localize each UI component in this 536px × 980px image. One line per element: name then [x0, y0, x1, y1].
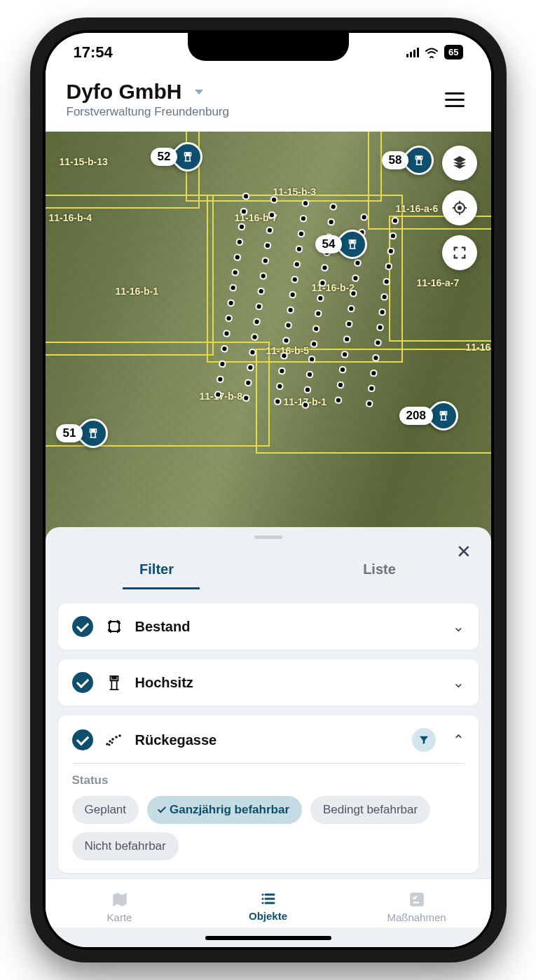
bestand-icon — [104, 618, 124, 635]
nav-label: Maßnahmen — [387, 911, 446, 923]
wifi-icon — [425, 47, 439, 58]
check-icon — [72, 616, 93, 637]
menu-button[interactable] — [439, 87, 470, 113]
svg-point-1 — [458, 206, 461, 209]
hochsitz-icon — [104, 673, 124, 692]
sheet-drag-handle[interactable] — [254, 536, 282, 539]
filter-label: Rückegasse — [135, 732, 401, 748]
status-time: 17:54 — [74, 43, 113, 62]
status-chip-bedingt[interactable]: Bedingt befahrbar — [310, 796, 430, 824]
map-marker[interactable]: 58 — [382, 146, 434, 175]
status-heading: Status — [72, 774, 465, 788]
svg-rect-2 — [109, 622, 119, 631]
list-icon — [259, 890, 278, 907]
filter-row-header[interactable]: Rückegasse ⌃ — [72, 728, 465, 763]
fullscreen-button[interactable] — [442, 235, 477, 270]
parcel-label: 11-15-b-13 — [60, 156, 108, 167]
expand-icon — [452, 245, 467, 260]
app-header: Dyfo GmbH Forstverwaltung Freundenburg — [46, 71, 491, 132]
parcel-label: 11-16-a-7 — [417, 277, 460, 288]
svg-point-7 — [118, 734, 121, 737]
svg-point-6 — [115, 736, 118, 738]
nav-karte[interactable]: Karte — [46, 886, 194, 927]
chevron-down-icon: ⌄ — [453, 618, 465, 635]
svg-point-3 — [106, 743, 109, 746]
svg-point-8 — [108, 744, 110, 746]
filter-row-bestand[interactable]: Bestand ⌄ — [58, 603, 479, 650]
map-icon — [110, 890, 130, 909]
map-view[interactable]: 11-15-b-13 11-15-b-3 11-16-a-6 11-16-b-4… — [46, 132, 491, 541]
marker-label: 58 — [382, 151, 409, 169]
svg-point-5 — [111, 738, 114, 741]
chevron-up-icon: ⌃ — [453, 732, 465, 748]
funnel-icon — [418, 734, 430, 746]
layers-button[interactable] — [442, 146, 477, 181]
tab-filter[interactable]: Filter — [46, 552, 268, 587]
parcel-label: 11-16 — [466, 342, 491, 353]
map-marker[interactable]: 208 — [399, 401, 458, 430]
map-marker[interactable]: 51 — [56, 419, 109, 448]
svg-rect-10 — [410, 892, 424, 906]
battery-icon: 65 — [444, 45, 462, 59]
svg-point-9 — [111, 742, 113, 744]
chevron-down-icon: ⌄ — [453, 674, 465, 691]
org-title: Dyfo GmbH — [67, 80, 182, 104]
rueckegasse-icon — [104, 733, 124, 747]
filter-label: Bestand — [135, 619, 441, 635]
nav-label: Karte — [107, 911, 132, 923]
filter-sheet: ✕ Filter Liste Bestand ⌄ Hochsi — [46, 527, 491, 947]
signal-icon — [406, 48, 419, 57]
crosshair-icon — [451, 200, 468, 216]
org-selector[interactable]: Dyfo GmbH — [67, 80, 439, 104]
nav-label: Objekte — [249, 910, 287, 922]
chevron-down-icon — [195, 90, 203, 94]
check-icon — [158, 804, 166, 813]
close-button[interactable]: ✕ — [456, 542, 472, 561]
filter-label: Hochsitz — [135, 675, 441, 691]
filter-row-hochsitz[interactable]: Hochsitz ⌄ — [58, 659, 479, 706]
filter-active-badge[interactable] — [412, 728, 436, 752]
org-subtitle: Forstverwaltung Freundenburg — [67, 105, 439, 119]
bottom-nav: Karte Objekte Maßnahmen — [46, 878, 491, 927]
check-icon — [72, 729, 93, 750]
filter-row-rueckegasse: Rückegasse ⌃ Status Geplant Ganzjährig b… — [58, 715, 479, 873]
parcel-label: 11-16-a-6 — [396, 203, 439, 214]
map-marker[interactable]: 54 — [315, 230, 368, 259]
map-marker[interactable]: 52 — [151, 142, 203, 172]
parcel-label: 11-16-b-1 — [116, 286, 158, 297]
status-chip-nicht[interactable]: Nicht befahrbar — [72, 832, 179, 860]
layers-icon — [451, 155, 468, 172]
marker-label: 52 — [151, 148, 178, 166]
status-chip-geplant[interactable]: Geplant — [72, 796, 139, 824]
parcel-label: 11-16-b-4 — [49, 212, 92, 223]
marker-label: 51 — [56, 424, 83, 442]
marker-label: 208 — [399, 407, 433, 425]
nav-objekte[interactable]: Objekte — [194, 886, 343, 927]
marker-label: 54 — [315, 235, 343, 253]
checklist-icon — [408, 890, 426, 909]
locate-button[interactable] — [442, 190, 477, 225]
status-chip-ganzjaehrig[interactable]: Ganzjährig befahrbar — [147, 796, 302, 824]
check-icon — [72, 672, 93, 693]
nav-massnahmen[interactable]: Maßnahmen — [343, 886, 491, 927]
svg-point-4 — [109, 740, 111, 743]
home-indicator[interactable] — [205, 936, 331, 940]
